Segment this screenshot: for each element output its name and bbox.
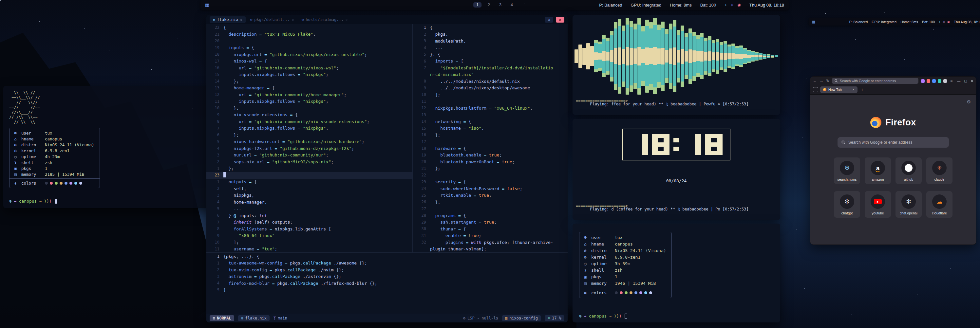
extension-icon-3[interactable] <box>932 79 936 83</box>
digit-cell <box>652 147 658 151</box>
extension-icon-4[interactable] <box>938 79 941 83</box>
shortcut-github[interactable]: github <box>896 157 922 184</box>
code-token: plugin thunar-volman <box>430 247 482 251</box>
bar-clock[interactable]: Thu Aug 08, 18:18 <box>954 20 980 24</box>
volume-tray-icon[interactable]: ♪ <box>724 3 727 7</box>
tab-close-icon[interactable]: ✕ <box>292 18 294 22</box>
digit-cell <box>663 151 670 155</box>
workspace-button-4[interactable]: 4 <box>508 2 516 8</box>
bar-module: Home: 8ms <box>670 3 691 8</box>
visualizer-bar <box>618 19 621 93</box>
prompt-arrow-icon: → <box>584 314 587 318</box>
music-tray-icon[interactable]: ♫ <box>730 3 733 7</box>
visualizer-bar <box>700 33 704 79</box>
personalize-gear-icon[interactable]: ⚙ <box>967 99 971 105</box>
code-token: nur.url <box>234 152 251 157</box>
editor-cursor <box>223 172 226 177</box>
digit-cell <box>630 143 636 147</box>
shortcut-cloudflare[interactable]: ☁cloudflare <box>926 191 953 218</box>
digit-cell <box>711 151 717 155</box>
power-tray-icon[interactable]: ◉ <box>947 20 950 24</box>
music-tray-icon[interactable]: ♫ <box>943 20 945 24</box>
extension-icon-2[interactable] <box>927 79 930 83</box>
distro-icon: ❆ <box>583 248 588 253</box>
code-token: outputs <box>229 179 247 184</box>
tab-close-icon[interactable]: ✕ <box>345 18 347 22</box>
bar-clock[interactable]: Thu Aug 08, 18:18 <box>749 3 784 8</box>
hname-icon: ⌂ <box>13 136 18 141</box>
nix-file-icon: ❆ <box>250 18 253 22</box>
tab-new-tab[interactable]: New Tab ✕ <box>820 86 858 93</box>
newtab-search-input[interactable]: Search with Google or enter address <box>837 137 949 147</box>
fetch-colors-row: ✱colors <box>13 180 94 186</box>
refresh-button[interactable]: ↻ <box>826 79 829 83</box>
code-token: . <box>270 274 272 279</box>
code-line: 3 astronvim = pkgs.callPackage ./astronv… <box>206 273 568 280</box>
visualizer-bar <box>633 24 637 89</box>
workspace-button-3[interactable]: 3 <box>496 2 504 8</box>
tab-close-icon[interactable]: ✕ <box>852 88 854 91</box>
shortcut-search-nixos[interactable]: ❆search.nixos <box>834 157 860 184</box>
preview-eye-button[interactable]: ⊙ <box>545 17 553 22</box>
digit-cell <box>636 138 642 143</box>
editor-tab-hosts-isoImag-[interactable]: ❆hosts/isoImag...✕ <box>298 16 351 23</box>
urlbar-input[interactable]: Search with Google or enter address <box>832 78 918 84</box>
shortcut-chatgpt[interactable]: ✻chatgpt <box>834 191 860 218</box>
code-pane-flake[interactable]: 22{21 description = "tux's NixOS Flake";… <box>206 24 412 252</box>
shortcut-claude[interactable]: ✳claude <box>926 157 953 184</box>
code-line: 4 nixpkgs-f2k.url = "github:moni-dz/nixp… <box>206 145 412 152</box>
maximize-button[interactable]: ▢ <box>964 79 967 83</box>
firefox-wordmark: Firefox <box>885 117 916 128</box>
back-button[interactable]: ← <box>813 79 817 83</box>
firefox-view-icon[interactable] <box>813 87 818 92</box>
editor-tab-pkgs-default-[interactable]: ❆pkgs/default...✕ <box>247 16 297 23</box>
line-number: 7 <box>413 65 426 70</box>
nix-file-icon: ❆ <box>241 316 243 320</box>
project-icon: ▤ <box>505 316 508 320</box>
shortcut-icon: ✻ <box>901 195 916 209</box>
extension-icon-1[interactable] <box>921 79 924 83</box>
line-number: 5 <box>413 52 426 57</box>
volume-tray-icon[interactable]: ♪ <box>939 20 940 24</box>
code-text: inputs.nixpkgs.follows = "nixpkgs"; <box>223 99 329 104</box>
extension-icon-5[interactable] <box>943 79 947 83</box>
terminal-window-right[interactable]: ☻usertux⌂hnamecanopus❆distroNixOS 24.11 … <box>573 223 780 322</box>
workspace-button-2[interactable]: 2 <box>485 2 493 8</box>
shortcut-youtube[interactable]: ▶youtube <box>865 191 891 218</box>
clock-date: 08/08/24 <box>573 178 780 183</box>
app-launcher-icon[interactable]: ▦ <box>205 2 209 8</box>
code-token: [ <box>461 59 463 63</box>
workspace-button-1[interactable]: 1 <box>473 2 482 8</box>
digit-cell <box>683 147 689 151</box>
tab-close-icon[interactable]: ✕ <box>240 18 242 22</box>
editor-tabline: ❆flake.nix✕❆pkgs/default...✕❆hosts/isoIm… <box>206 15 568 24</box>
track-artists: beabadoobee | Powfu <box>668 102 718 106</box>
palette-dot <box>649 292 652 294</box>
digit-cell <box>663 147 670 151</box>
power-tray-icon[interactable]: ◉ <box>737 3 741 7</box>
line-number: 22 <box>413 173 426 177</box>
code-pane-pkgs[interactable]: 1{pkgs, ...}: {1 tux-awesome-wm-config =… <box>206 253 568 314</box>
minimize-button[interactable]: — <box>957 79 960 83</box>
line-number: 32 <box>413 240 426 244</box>
shortcut-chat-openai[interactable]: ✻chat.openai <box>896 191 922 218</box>
code-line: 9 "x86_64-linux" <box>206 233 412 239</box>
code-token: pkgs <box>277 281 287 286</box>
scroll-percent: 17 % <box>552 316 562 320</box>
forward-button[interactable]: → <box>819 79 823 83</box>
fetch-value: NixOS 24.11 (Vicuna) <box>45 143 94 147</box>
palette-dot <box>55 182 58 185</box>
visualizer-bar <box>641 26 645 86</box>
firefox-logo-icon <box>870 117 881 128</box>
window-close-button[interactable]: ✕ <box>556 17 564 22</box>
close-button[interactable]: ✕ <box>971 79 974 83</box>
music-note-icon: ♫ <box>678 207 680 211</box>
shortcut-amazon[interactable]: aamazon <box>865 157 891 184</box>
editor-tab-flake-nix[interactable]: ❆flake.nix✕ <box>210 16 246 23</box>
code-token <box>430 86 440 90</box>
menu-hamburger-icon[interactable]: ≡ <box>950 79 953 83</box>
new-tab-button[interactable]: + <box>859 87 865 92</box>
uptime-icon: ◴ <box>13 154 18 159</box>
code-pane-iso[interactable]: 1{2 pkgs,3 modulesPath,4 ...5}: {6 impor… <box>413 24 568 252</box>
app-launcher-icon[interactable]: ▦ <box>812 20 815 24</box>
